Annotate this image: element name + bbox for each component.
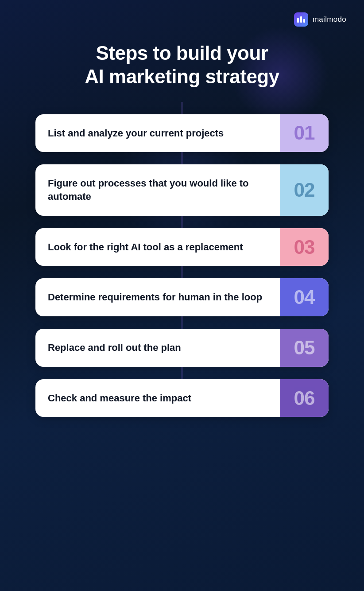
logo-label: mailmodo bbox=[313, 15, 346, 24]
step-card-4: Determine requirements for human in the … bbox=[35, 278, 329, 316]
logo-bars bbox=[297, 16, 305, 23]
step-text-2: Figure out processes that you would like… bbox=[35, 164, 280, 215]
connector-2 bbox=[182, 152, 182, 164]
step-text-1: List and analyze your current projects bbox=[35, 114, 280, 152]
step-text-4: Determine requirements for human in the … bbox=[35, 278, 280, 316]
step-number-box-3: 03 bbox=[280, 228, 329, 266]
step-label-5: Replace and roll out the plan bbox=[48, 341, 181, 354]
step-card-1: List and analyze your current projects01 bbox=[35, 114, 329, 152]
step-card-2: Figure out processes that you would like… bbox=[35, 164, 329, 215]
step-card-3: Look for the right AI tool as a replacem… bbox=[35, 228, 329, 266]
connector-4 bbox=[182, 266, 182, 278]
logo-bar-1 bbox=[297, 18, 299, 23]
logo-icon bbox=[294, 12, 308, 27]
step-number-box-2: 02 bbox=[280, 164, 329, 215]
step-label-3: Look for the right AI tool as a replacem… bbox=[48, 241, 243, 254]
step-number-box-4: 04 bbox=[280, 278, 329, 316]
step-label-6: Check and measure the impact bbox=[48, 392, 191, 405]
logo-bar-2 bbox=[300, 16, 302, 23]
step-text-5: Replace and roll out the plan bbox=[35, 329, 280, 367]
step-number-box-6: 06 bbox=[280, 379, 329, 417]
connector-6 bbox=[182, 367, 182, 379]
title-section: Steps to build your AI marketing strateg… bbox=[58, 31, 306, 102]
step-number-1: 01 bbox=[294, 122, 315, 144]
logo-bar-3 bbox=[303, 19, 305, 23]
step-label-2: Figure out processes that you would like… bbox=[48, 177, 269, 203]
step-card-5: Replace and roll out the plan05 bbox=[35, 329, 329, 367]
step-card-6: Check and measure the impact06 bbox=[35, 379, 329, 417]
step-number-2: 02 bbox=[294, 179, 315, 201]
step-label-4: Determine requirements for human in the … bbox=[48, 291, 262, 304]
step-number-box-5: 05 bbox=[280, 329, 329, 367]
step-text-6: Check and measure the impact bbox=[35, 379, 280, 417]
step-number-5: 05 bbox=[294, 337, 315, 359]
header: mailmodo bbox=[0, 0, 364, 31]
steps-container: List and analyze your current projects01… bbox=[0, 102, 364, 439]
title-line1: Steps to build your bbox=[96, 42, 268, 64]
step-number-3: 03 bbox=[294, 236, 315, 258]
connector-1 bbox=[182, 102, 182, 114]
step-text-3: Look for the right AI tool as a replacem… bbox=[35, 228, 280, 266]
connector-3 bbox=[182, 216, 182, 228]
step-number-6: 06 bbox=[294, 387, 315, 409]
step-number-4: 04 bbox=[294, 286, 315, 308]
step-label-1: List and analyze your current projects bbox=[48, 127, 224, 140]
step-number-box-1: 01 bbox=[280, 114, 329, 152]
connector-5 bbox=[182, 316, 182, 329]
title-line2: AI marketing strategy bbox=[85, 66, 279, 87]
main-title: Steps to build your AI marketing strateg… bbox=[85, 42, 279, 89]
